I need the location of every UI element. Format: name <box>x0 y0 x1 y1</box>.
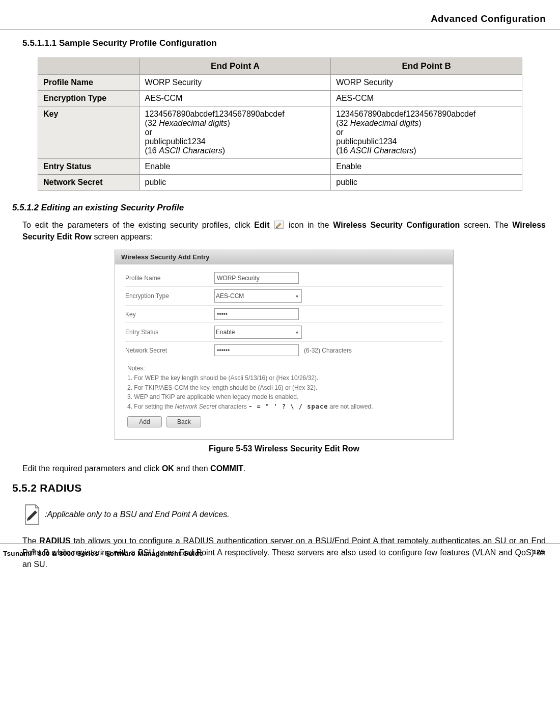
note-line: 3. WEP and TKIP are applicable when lega… <box>127 392 441 402</box>
cell: 1234567890abcdef1234567890abcdef (32 Hex… <box>139 106 331 159</box>
key-input[interactable] <box>214 308 299 320</box>
note-line: 2. For TKIP/AES-CCM the key length shoul… <box>127 383 441 393</box>
section-heading-5-5-1-1-1: 5.5.1.1.1 Sample Security Profile Config… <box>22 38 546 48</box>
table-row: Profile Name WORP Security WORP Security <box>38 75 522 91</box>
cell: AES-CCM <box>139 91 331 106</box>
form-row-network-secret: Network Secret (6-32) Characters <box>125 342 443 359</box>
cell: public <box>139 175 331 191</box>
footer-left: Tsunami® 800 & 8000 Series - Software Ma… <box>3 548 203 557</box>
text: ASCII Characters <box>350 146 413 155</box>
text: . <box>243 464 245 473</box>
back-button[interactable]: Back <box>166 416 201 427</box>
text: screen appears: <box>92 232 152 241</box>
text: ) <box>227 119 230 127</box>
text: Hexadecimal digits <box>350 119 418 127</box>
form-row-entry-status: Entry Status Enable ▾ <box>125 323 443 342</box>
text: ) <box>413 146 416 155</box>
label: Profile Name <box>125 275 214 282</box>
notes-block: Notes: 1. For WEP the key length should … <box>125 359 443 414</box>
text: or <box>336 128 343 137</box>
text: Network Secret <box>175 403 216 410</box>
text: To edit the parameters of the existing s… <box>22 221 254 229</box>
text: publicpublic1234 <box>336 137 397 146</box>
note-line: 4. For setting the Network Secret charac… <box>127 402 441 412</box>
select-value: Enable <box>216 329 235 336</box>
select-value: AES-CCM <box>216 292 244 300</box>
sample-security-profile-table: End Point A End Point B Profile Name WOR… <box>38 58 522 191</box>
text: Hexadecimal digits <box>159 119 227 127</box>
row-profile-name: Profile Name <box>38 75 140 91</box>
cell: Enable <box>139 159 331 175</box>
label: Network Secret <box>125 347 214 354</box>
cell: public <box>331 175 522 191</box>
text: (16 <box>336 146 350 155</box>
network-secret-input[interactable] <box>214 344 299 356</box>
cell: Enable <box>331 159 522 175</box>
text: COMMIT <box>210 464 243 473</box>
notes-label: Notes: <box>127 364 441 373</box>
text: ) <box>418 119 421 127</box>
row-key: Key <box>38 106 140 159</box>
add-button[interactable]: Add <box>127 416 162 427</box>
section-heading-5-5-1-2: 5.5.1.2 Editing an existing Security Pro… <box>12 203 546 213</box>
wireless-security-add-entry-panel: Wireless Security Add Entry Profile Name… <box>115 250 454 440</box>
text: (32 <box>145 119 159 127</box>
cell: WORP Security <box>139 75 331 91</box>
text: (16 <box>145 146 159 155</box>
cell: AES-CCM <box>331 91 522 106</box>
text: ASCII Characters <box>159 146 222 155</box>
page-footer: Tsunami® 800 & 8000 Series - Software Ma… <box>0 548 560 557</box>
text: OK <box>162 464 174 473</box>
hint-text: (6-32) Characters <box>304 347 352 354</box>
row-entry-status: Entry Status <box>38 159 140 175</box>
row-encryption-type: Encryption Type <box>38 91 140 106</box>
text: Wireless Security Configuration <box>333 221 460 229</box>
note-line: 1. For WEP the key length should be (Asc… <box>127 373 441 383</box>
note-row: :Applicable only to a BSU and End Point … <box>22 503 546 526</box>
table-row: Key 1234567890abcdef1234567890abcdef (32… <box>38 106 522 159</box>
edit-pencil-icon <box>274 220 284 228</box>
label: Key <box>125 311 214 318</box>
encryption-type-select[interactable]: AES-CCM ▾ <box>214 289 302 303</box>
entry-status-select[interactable]: Enable ▾ <box>214 326 302 339</box>
figure-caption: Figure 5-53 Wireless Security Edit Row <box>22 444 546 453</box>
text: publicpublic1234 <box>145 137 206 146</box>
text: Edit the required parameters and click <box>22 464 162 473</box>
chevron-down-icon: ▾ <box>296 330 300 335</box>
table-row: Network Secret public public <box>38 175 522 191</box>
paragraph: To edit the parameters of the existing s… <box>22 219 546 242</box>
text: 1234567890abcdef1234567890abcdef <box>336 110 475 118</box>
table-row: Encryption Type AES-CCM AES-CCM <box>38 91 522 106</box>
text: 4. For setting the <box>127 403 175 410</box>
cell: 1234567890abcdef1234567890abcdef (32 Hex… <box>331 106 522 159</box>
form-row-encryption-type: Encryption Type AES-CCM ▾ <box>125 287 443 306</box>
text: characters <box>216 403 248 410</box>
text: ) <box>222 146 225 155</box>
label: Encryption Type <box>125 292 214 300</box>
text: 800 & 8000 Series - Software Management … <box>36 549 203 557</box>
text: Edit <box>254 221 269 229</box>
cell: WORP Security <box>331 75 522 91</box>
note-text: :Applicable only to a BSU and End Point … <box>45 510 230 519</box>
text: icon in the <box>289 221 333 229</box>
section-heading-5-5-2: 5.5.2 RADIUS <box>12 482 546 494</box>
text: or <box>145 128 152 137</box>
text: screen. The <box>460 221 512 229</box>
text: and then <box>174 464 210 473</box>
text: - = " ' ? \ / space <box>248 403 328 410</box>
chevron-down-icon: ▾ <box>296 293 300 299</box>
col-endpoint-b: End Point B <box>331 58 522 75</box>
col-endpoint-a: End Point A <box>139 58 331 75</box>
footer-rule <box>0 543 560 544</box>
form-row-profile-name: Profile Name <box>125 269 443 287</box>
page-number: 125 <box>533 548 545 557</box>
profile-name-input[interactable] <box>214 272 299 284</box>
row-network-secret: Network Secret <box>38 175 140 191</box>
label: Entry Status <box>125 329 214 336</box>
page-header: Advanced Configuration <box>0 13 560 24</box>
note-pencil-icon <box>22 503 42 526</box>
paragraph: Edit the required parameters and click O… <box>22 463 546 474</box>
text: Tsunami <box>3 549 32 557</box>
text: are not allowed. <box>328 403 373 410</box>
table-row: Entry Status Enable Enable <box>38 159 522 175</box>
